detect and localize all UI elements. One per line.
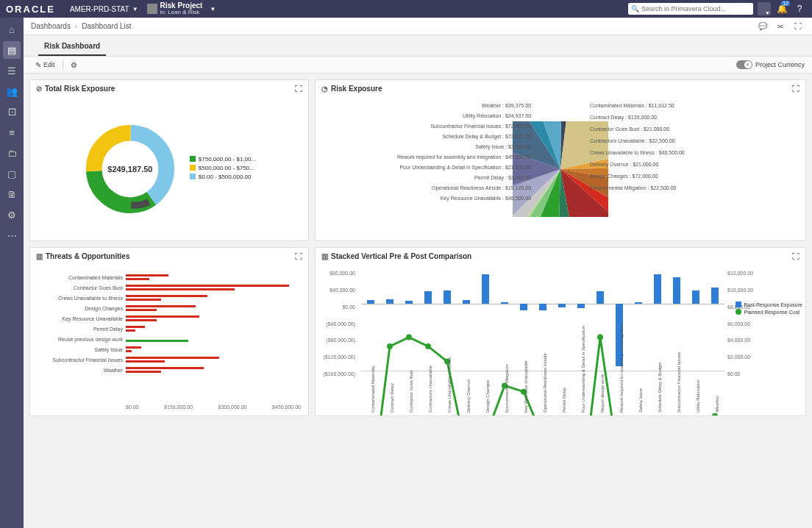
donut-center-value: $249,187.50 xyxy=(107,165,152,174)
pie-chart[interactable]: Weather : $39,375.00Utility Relocation :… xyxy=(316,97,805,240)
expand-icon[interactable]: ⛶ xyxy=(295,85,302,93)
pie-slice-label: Contract Delay : $135,000.00 xyxy=(590,115,657,120)
pencil-icon: ✎ xyxy=(35,61,41,69)
rail-folder-icon[interactable]: 🗀 xyxy=(3,144,21,162)
search-input[interactable] xyxy=(641,5,750,13)
breadcrumb-leaf[interactable]: Dashboard List xyxy=(82,22,131,30)
dashboard-toolbar: ✎Edit ⚙ Project Currency xyxy=(24,56,812,74)
rail-list-icon[interactable]: ☰ xyxy=(3,62,21,79)
project-context: in: Lean & Risk xyxy=(160,10,203,15)
svg-point-34 xyxy=(597,335,603,340)
fullscreen-icon[interactable]: ⛶ xyxy=(791,20,805,33)
rail-dashboard-icon[interactable]: ▤ xyxy=(3,41,21,59)
gear-icon: ⚙ xyxy=(71,61,77,69)
panel-risk-exposure: ◔ Risk Exposure ⛶ Weather : $39,375.00Ut… xyxy=(315,79,806,241)
caret-down-icon: ▼ xyxy=(132,6,138,13)
panel-title: Threats & Opportunities xyxy=(46,252,129,260)
user-avatar[interactable]: ▼ xyxy=(758,2,771,15)
x-axis-label: Environmental Mitigation xyxy=(505,364,509,413)
pie-slice-label: Environmental Mitigation : $22,500.00 xyxy=(590,185,677,190)
x-axis-label: Contract Delay xyxy=(390,383,394,413)
caret-down-icon: ▼ xyxy=(765,10,770,15)
x-axis-label: Rework required for assembly and integra… xyxy=(619,324,624,413)
donut-chart[interactable]: $249,187.50 xyxy=(82,121,178,217)
rail-doc-icon[interactable]: 🗎 xyxy=(3,185,21,203)
edit-button[interactable]: ✎Edit xyxy=(31,60,60,71)
notif-badge: 12 xyxy=(781,1,790,6)
hbar-label: Contractor Goes Bust xyxy=(30,285,123,290)
panel-total-risk-exposure: ⊘ Total Risk Exposure ⛶ $249,187.50 xyxy=(29,79,309,241)
project-selector[interactable]: Risk Project in: Lean & Risk ▼ xyxy=(147,2,216,15)
rail-people-icon[interactable]: 👥 xyxy=(3,82,21,100)
collapse-icon[interactable]: ⊘ xyxy=(36,85,42,93)
panel-threats-opportunities: ▥ Threats & Opportunities ⛶ Contaminated… xyxy=(29,247,309,416)
bar-icon: ▥ xyxy=(321,252,328,260)
x-axis-label: Weather xyxy=(715,396,719,413)
hbar-label: Subcontractor Financial Issues xyxy=(30,357,123,363)
rail-more-icon[interactable]: ⋯ xyxy=(3,226,21,244)
pie-slice-label: Contaminated Materials : $11,812.50 xyxy=(590,103,674,108)
svg-point-24 xyxy=(406,335,412,340)
x-axis-label: Contractor Goes Bust xyxy=(409,370,413,413)
rail-bars-icon[interactable]: ≡ xyxy=(3,124,21,141)
x-axis-label: Contaminated Materials xyxy=(371,366,375,413)
x-axis-label: Permit Delay xyxy=(562,388,566,413)
currency-toggle[interactable]: Project Currency xyxy=(736,60,805,69)
x-axis-label: Report design work xyxy=(600,374,605,413)
pie-slice-label: Weather : $39,375.00 xyxy=(482,103,531,108)
search-icon: 🔍 xyxy=(631,5,639,13)
pie-slice-label: Key Resource Unavailable : $40,500.00 xyxy=(441,196,531,201)
pie-slice-label: Crews Unavailable to Illness : $40,500.0… xyxy=(590,150,685,155)
bar-icon: ▥ xyxy=(36,252,43,260)
combo-chart[interactable]: $80,000.00$40,000.00$0.00($40,000.00)($8… xyxy=(316,265,805,415)
settings-button[interactable]: ⚙ xyxy=(66,60,84,71)
tab-risk-dashboard[interactable]: Risk Dashboard xyxy=(38,38,106,56)
breadcrumb-root[interactable]: Dashboards xyxy=(31,22,71,30)
pie-slice-label: Operational Readiness Airside : $19,125.… xyxy=(432,185,531,190)
chevron-right-icon: › xyxy=(75,22,77,30)
expand-icon[interactable]: ⛶ xyxy=(792,252,799,260)
pie-icon: ◔ xyxy=(321,85,328,93)
rail-gear-icon[interactable]: ⚙ xyxy=(3,206,21,224)
x-axis-label: Poor Understanding & Detail in Specifica… xyxy=(581,326,585,413)
share-icon[interactable]: ⫘ xyxy=(774,20,787,33)
hbar-label: Reuse previous design work xyxy=(30,337,123,342)
x-axis-label: Operational Readiness Airside xyxy=(543,353,547,413)
pie-slice-label: Poor Understanding & Detail in Specifica… xyxy=(399,165,531,170)
breadcrumb-bar: Dashboards › Dashboard List 💬 ⫘ ⛶ xyxy=(24,18,812,35)
hbar-label: Safety Issue xyxy=(30,347,123,352)
combo-legend: Post-Response Exposure Planned Response … xyxy=(736,302,802,316)
comment-icon[interactable]: 💬 xyxy=(756,20,769,33)
tab-bar: Risk Dashboard xyxy=(24,35,812,56)
help-icon[interactable]: ? xyxy=(793,2,806,15)
pie-slice-label: Design Changes : $72,000.00 xyxy=(590,174,658,179)
x-axis-label: Subcontractor Financial Issues xyxy=(677,352,681,413)
x-axis-label: Delivery Overrun xyxy=(466,379,471,413)
x-axis-label: Utility Relocation xyxy=(696,379,700,413)
pie-slice-label: Contractors Unavailable : $22,500.00 xyxy=(590,138,675,143)
notifications-icon[interactable]: 🔔12 xyxy=(775,2,788,15)
project-icon xyxy=(147,4,157,14)
hbar-chart[interactable]: Contaminated MaterialsContractor Goes Bu… xyxy=(30,265,308,415)
hbar-label: Design Changes xyxy=(30,306,123,311)
toggle-switch[interactable] xyxy=(736,60,752,69)
panel-title: Total Risk Exposure xyxy=(45,85,115,93)
rail-home-icon[interactable]: ⌂ xyxy=(3,21,21,38)
global-search[interactable]: 🔍 xyxy=(628,3,753,15)
topbar: ORACLE AMER-PRD-STAT▼ Risk Project in: L… xyxy=(0,0,812,18)
rail-dice-icon[interactable]: ⚀ xyxy=(3,103,21,121)
x-axis-label: Schedule Delay & Budget xyxy=(658,363,662,413)
hbar-label: Permit Delay xyxy=(30,327,123,332)
pie-slice-label: Permit Delay : $3,937.50 xyxy=(474,175,531,180)
expand-icon[interactable]: ⛶ xyxy=(792,85,799,93)
pie-slice-label: Safety Issue : $3,500.00 xyxy=(476,144,532,149)
expand-icon[interactable]: ⛶ xyxy=(295,252,302,260)
env-selector[interactable]: AMER-PRD-STAT▼ xyxy=(70,5,138,13)
pie-slice-label: Rework required for assembly and integra… xyxy=(397,154,531,160)
rail-card-icon[interactable]: ▢ xyxy=(3,165,21,182)
brand-logo: ORACLE xyxy=(6,4,55,15)
x-axis-label: Design Changes xyxy=(485,380,490,413)
pie-slice-label: Contractor Goes Bust : $21,000.00 xyxy=(590,126,669,132)
pie-slice-label: Subcontractor Financial Issues : $72,000… xyxy=(430,124,531,129)
caret-down-icon: ▼ xyxy=(210,6,216,13)
